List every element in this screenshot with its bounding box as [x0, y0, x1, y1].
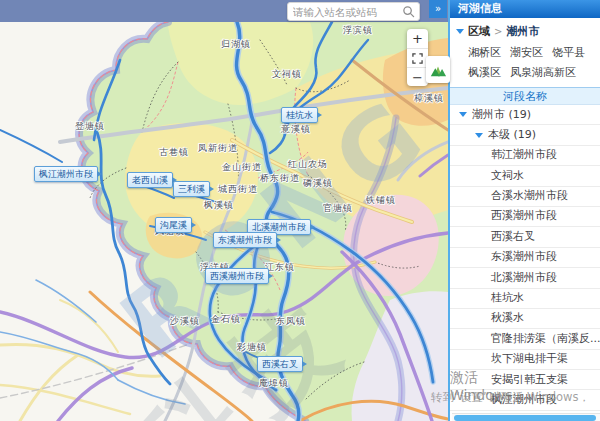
- tree-row-label: 韩江潮州市段: [491, 146, 557, 166]
- tree-row[interactable]: 北溪潮州市段: [450, 268, 600, 288]
- chevron-down-icon[interactable]: [475, 133, 483, 138]
- tree-row-label: 官隆排涝渠（南溪反...: [491, 329, 600, 349]
- breadcrumb-separator: >: [494, 26, 502, 37]
- district-chip[interactable]: 枫溪区: [468, 65, 501, 80]
- district-chip[interactable]: 凤泉湖高新区: [510, 65, 576, 80]
- tree-row-label: 合溪水潮州市段: [491, 187, 568, 207]
- chevron-down-icon[interactable]: [459, 112, 467, 117]
- river-segment-tag[interactable]: 东溪潮州市段: [213, 232, 277, 248]
- scrollbar-thumb[interactable]: [454, 415, 596, 421]
- region-breadcrumb: 区域 > 潮州市: [456, 23, 594, 39]
- tree-row[interactable]: 文祠水: [450, 166, 600, 186]
- district-chip[interactable]: 湘桥区: [468, 45, 501, 60]
- region-label[interactable]: 区域: [468, 24, 490, 39]
- tree-row-label: 西溪潮州市段: [491, 207, 557, 227]
- panel-collapse-button[interactable]: »: [429, 0, 447, 18]
- tree-row[interactable]: 东溪潮州市段: [450, 248, 600, 268]
- tree-row-label: 北溪潮州市段: [491, 268, 557, 288]
- tree-row[interactable]: 枫江潮州市段: [450, 390, 600, 410]
- tree-row[interactable]: 潮州市 (19): [450, 105, 600, 125]
- search-input[interactable]: [288, 6, 402, 18]
- river-tree-list: 潮州市 (19)本级 (19)韩江潮州市段文祠水合溪水潮州市段西溪潮州市段西溪右…: [450, 105, 600, 421]
- river-name-column-header: 河段名称: [450, 87, 600, 105]
- zoom-out-button[interactable]: −: [407, 67, 428, 86]
- map-zoom-control: + −: [407, 29, 428, 86]
- tree-row-label: 枫江潮州市段: [491, 390, 557, 410]
- tree-row-label: 坎下湖电排干渠: [491, 350, 568, 370]
- river-segment-tag[interactable]: 老西山溪: [127, 172, 173, 188]
- station-search-box: [287, 2, 420, 21]
- river-segment-tag[interactable]: 枫江潮州市段: [34, 166, 98, 182]
- horizontal-scrollbar: [452, 413, 600, 421]
- district-chip[interactable]: 饶平县: [552, 45, 585, 60]
- tree-row[interactable]: 安揭引韩五支渠: [450, 370, 600, 390]
- river-segment-tag[interactable]: 西溪右叉: [257, 356, 303, 372]
- district-chip[interactable]: 潮安区: [510, 45, 543, 60]
- tree-row-label: 本级 (19): [488, 125, 536, 145]
- tree-row[interactable]: 坎下湖电排干渠: [450, 350, 600, 370]
- river-segment-tag[interactable]: 西溪潮州市段: [205, 268, 269, 284]
- gis-app-window: RONG 科技 归湖镇浮滨镇文祠镇樟溪镇意溪镇登塘镇古巷镇凤新街道金山街道红山农…: [0, 0, 600, 421]
- trees-icon: [429, 61, 447, 79]
- zoom-in-button[interactable]: +: [407, 29, 428, 48]
- river-segment-tag[interactable]: 桂坑水: [281, 107, 318, 123]
- river-segment-tag[interactable]: 三利溪: [173, 181, 210, 197]
- tree-row-label: 秋溪水: [491, 309, 524, 329]
- tree-row-label: 西溪右叉: [491, 227, 535, 247]
- tree-row[interactable]: 合溪水潮州市段: [450, 187, 600, 207]
- tree-row-label: 桂坑水: [491, 289, 524, 309]
- tree-row-label: 文祠水: [491, 166, 524, 186]
- tree-row[interactable]: 桂坑水: [450, 289, 600, 309]
- tree-row-label: 潮州市 (19): [472, 105, 531, 125]
- fullscreen-button[interactable]: [407, 48, 428, 67]
- selected-region[interactable]: 潮州市: [506, 24, 539, 39]
- tree-row[interactable]: 秋溪水: [450, 309, 600, 329]
- layers-button[interactable]: [426, 56, 450, 83]
- tree-row[interactable]: 西溪潮州市段: [450, 207, 600, 227]
- tree-row[interactable]: 韩江潮州市段: [450, 146, 600, 166]
- tree-row[interactable]: 官隆排涝渠（南溪反...: [450, 329, 600, 349]
- river-info-panel: 河湖信息 区域 > 潮州市 湘桥区潮安区饶平县枫溪区凤泉湖高新区 河段名称 潮州…: [448, 0, 600, 421]
- map-canvas[interactable]: [0, 0, 448, 421]
- tree-row-label: 东溪潮州市段: [491, 248, 557, 268]
- panel-title: 河湖信息: [450, 0, 600, 18]
- region-selector: 区域 > 潮州市 湘桥区潮安区饶平县枫溪区凤泉湖高新区: [450, 18, 600, 87]
- tree-row[interactable]: 本级 (19): [450, 125, 600, 145]
- tree-row[interactable]: 西溪右叉: [450, 227, 600, 247]
- river-segment-tag[interactable]: 沟尾溪: [155, 217, 192, 233]
- fullscreen-icon: [412, 53, 423, 64]
- district-chip-list: 湘桥区潮安区饶平县枫溪区凤泉湖高新区: [456, 39, 594, 82]
- tree-row-label: 安揭引韩五支渠: [491, 370, 568, 390]
- chevron-down-icon[interactable]: [456, 29, 464, 34]
- search-icon[interactable]: [402, 5, 415, 18]
